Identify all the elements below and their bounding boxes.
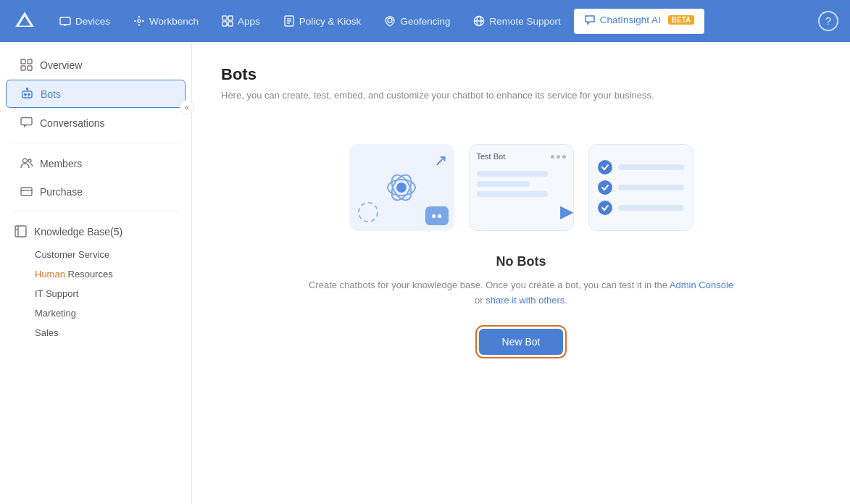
sidebar-item-purchase[interactable]: Purchase xyxy=(6,178,186,205)
nav-policy-kiosk[interactable]: Policy & Kiosk xyxy=(273,9,372,33)
svg-rect-36 xyxy=(21,188,32,196)
svg-point-5 xyxy=(138,20,141,22)
sidebar-item-members[interactable]: Members xyxy=(6,150,186,177)
illus-card-testbot: Test Bot ▶ xyxy=(469,144,574,231)
nav-devices[interactable]: Devices xyxy=(49,9,120,33)
list-row-3 xyxy=(598,201,684,215)
sidebar-item-label: Members xyxy=(40,158,82,169)
svg-rect-10 xyxy=(222,16,227,20)
testbot-header: Test Bot xyxy=(477,152,566,161)
svg-point-27 xyxy=(25,93,26,95)
nav-apps[interactable]: Apps xyxy=(212,9,270,33)
illus-card-list xyxy=(588,144,693,231)
sidebar-subitem-sales[interactable]: Sales xyxy=(0,323,191,343)
list-row-icon-2 xyxy=(598,180,612,195)
svg-rect-2 xyxy=(60,17,70,25)
svg-point-34 xyxy=(23,159,28,163)
svg-rect-38 xyxy=(15,226,26,237)
svg-point-18 xyxy=(388,18,392,22)
illus-card-atom: ↗ xyxy=(349,144,454,231)
list-row-2 xyxy=(598,180,684,195)
sidebar-item-conversations[interactable]: Conversations xyxy=(6,109,186,136)
empty-state: ↗ Test Bot xyxy=(221,130,821,384)
list-row-icon-1 xyxy=(598,160,612,175)
list-row-1 xyxy=(598,160,684,175)
nav-remote-support[interactable]: Remote Support xyxy=(463,9,570,33)
dashed-circle-icon xyxy=(358,202,378,222)
svg-point-30 xyxy=(27,88,28,90)
illustration-row: ↗ Test Bot xyxy=(349,144,693,231)
share-link[interactable]: share it with others xyxy=(486,295,564,306)
sidebar: « Overview Bots xyxy=(0,42,192,504)
arrow-curve-icon: ↗ xyxy=(434,151,447,170)
sidebar-item-label: Conversations xyxy=(40,117,105,129)
testbot-title: Test Bot xyxy=(477,152,506,161)
main-layout: « Overview Bots xyxy=(0,42,850,504)
sidebar-collapse-button[interactable]: « xyxy=(180,100,194,114)
svg-rect-25 xyxy=(28,66,32,70)
nav-workbench[interactable]: Workbench xyxy=(123,9,209,33)
svg-rect-33 xyxy=(21,118,32,125)
page-title: Bots xyxy=(221,65,821,84)
knowledge-base-label: Knowledge Base(5) xyxy=(34,226,122,238)
svg-rect-11 xyxy=(228,16,233,20)
svg-rect-26 xyxy=(22,91,32,98)
sidebar-subitem-it-support[interactable]: IT Support xyxy=(0,284,191,303)
nav-chatinsight[interactable]: ChatInsight AI BETA xyxy=(574,9,705,34)
main-content: Bots Here, you can create, test, embed, … xyxy=(192,42,850,504)
svg-rect-24 xyxy=(21,66,25,70)
new-bot-button[interactable]: New Bot xyxy=(479,329,564,355)
arrow-right-icon: ▶ xyxy=(560,201,573,222)
nav-geofencing[interactable]: Geofencing xyxy=(374,9,460,33)
testbot-lines xyxy=(477,171,566,197)
sidebar-item-knowledge-base[interactable]: Knowledge Base(5) xyxy=(0,218,191,245)
sidebar-item-label: Overview xyxy=(40,59,82,71)
svg-rect-23 xyxy=(28,59,32,64)
sidebar-divider-2 xyxy=(12,211,180,212)
svg-rect-13 xyxy=(228,22,233,26)
no-bots-title: No Bots xyxy=(496,254,546,269)
svg-rect-22 xyxy=(21,59,25,64)
admin-console-link[interactable]: Admin Console xyxy=(670,280,733,290)
atom-icon xyxy=(376,162,427,213)
list-row-bar-3 xyxy=(618,205,684,211)
list-row-icon-3 xyxy=(598,201,612,215)
list-rows xyxy=(589,148,693,227)
sidebar-subitem-human-resources[interactable]: Human Resources xyxy=(0,264,191,284)
svg-rect-12 xyxy=(222,22,227,26)
beta-badge: BETA xyxy=(668,15,694,25)
list-row-bar-2 xyxy=(618,185,684,190)
top-navigation: Devices Workbench Apps Policy & Kiosk Ge… xyxy=(0,0,850,42)
testbot-window-controls xyxy=(551,155,566,159)
svg-point-28 xyxy=(28,93,30,95)
sidebar-item-bots[interactable]: Bots xyxy=(6,80,186,108)
sidebar-item-label: Purchase xyxy=(40,186,83,198)
sidebar-subitem-marketing[interactable]: Marketing xyxy=(0,303,191,323)
list-row-bar-1 xyxy=(618,164,684,170)
sidebar-item-label: Bots xyxy=(41,88,61,100)
help-button[interactable]: ? xyxy=(818,11,838,31)
robot-icon xyxy=(425,206,449,225)
sidebar-subitem-customer-service[interactable]: Customer Service xyxy=(0,245,191,264)
page-subtitle: Here, you can create, test, embed, and c… xyxy=(221,90,821,101)
svg-point-35 xyxy=(28,159,31,162)
sidebar-item-overview[interactable]: Overview xyxy=(6,51,186,78)
sidebar-divider-1 xyxy=(12,143,180,143)
logo[interactable] xyxy=(12,8,38,34)
no-bots-description: Create chatbots for your knowledge base.… xyxy=(304,278,738,308)
